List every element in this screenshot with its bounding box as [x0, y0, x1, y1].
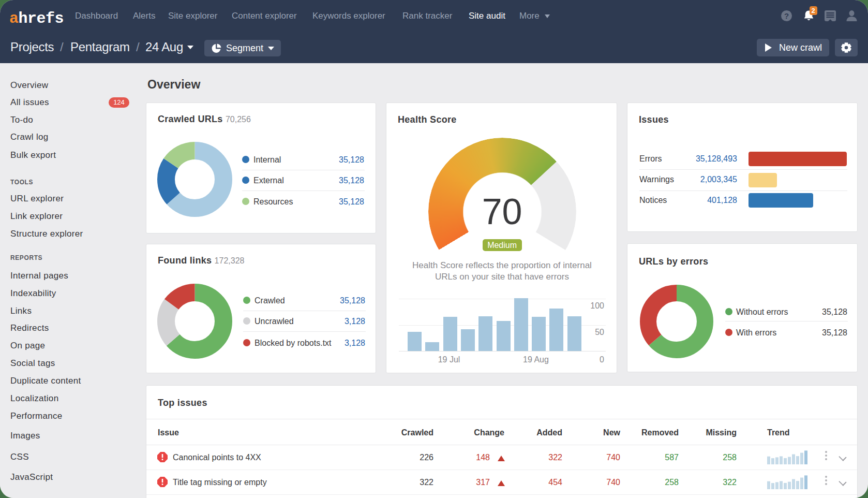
svg-text:?: ?: [784, 11, 789, 20]
